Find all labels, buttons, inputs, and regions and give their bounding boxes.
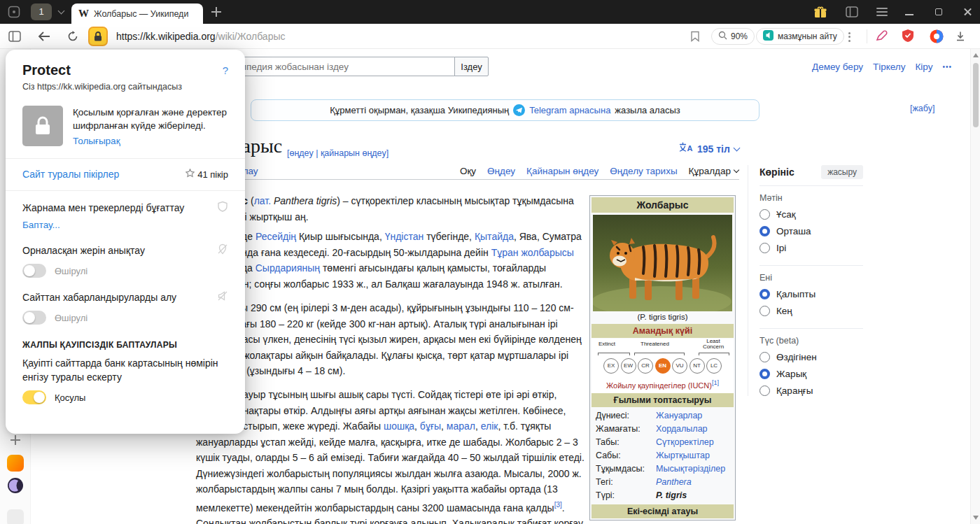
new-tab-button[interactable] (211, 7, 221, 17)
color-option-light[interactable]: Жарық (760, 369, 863, 379)
tab-tools[interactable]: Құралдар (689, 166, 738, 176)
binomial-header: Екі-есімді атауы (592, 504, 734, 518)
text-size-option-small[interactable]: Ұсақ (760, 209, 863, 220)
user-menu-icon[interactable]: ••• (942, 63, 952, 71)
tab-edit[interactable]: Өңдеу (487, 166, 515, 176)
scrollbar[interactable] (970, 49, 980, 524)
download-icon[interactable] (955, 31, 966, 45)
tab-bar: 1 W Жолбарыс — Уикипеди (0, 0, 980, 24)
zoom-level: 90% (731, 31, 748, 41)
status-caption-link[interactable]: Жойылу қаупіндегілер (IUCN) (606, 381, 712, 390)
color-option-dark[interactable]: Қараңғы (760, 385, 863, 396)
bookmark-flag-icon[interactable] (690, 31, 700, 45)
language-selector[interactable]: A 195 тіл (679, 142, 739, 155)
voice-icon (763, 30, 774, 43)
reload-icon[interactable] (67, 31, 78, 45)
menu-icon[interactable] (876, 8, 888, 19)
read-aloud-button[interactable]: мазмұнын айту (756, 28, 844, 45)
color-option-auto[interactable]: Өздігінен (760, 352, 863, 362)
back-icon[interactable] (38, 31, 50, 45)
adblock-shield-outline-icon (217, 201, 228, 215)
status-label-least-concern: Least Concern (698, 339, 729, 350)
maximize-button[interactable] (932, 6, 945, 18)
adblock-shield-icon[interactable] (902, 29, 914, 45)
notifications-toggle[interactable] (22, 311, 46, 325)
url-path: /wiki/Жолбарыс (216, 31, 286, 42)
service-icon-purple[interactable] (7, 477, 24, 497)
tab-read[interactable]: Оқу (460, 166, 476, 176)
banner-text-post: жазыла аласыз (615, 105, 680, 115)
minimize-button[interactable] (903, 6, 916, 18)
article-paragraph: Қазіргі кезде Ресейдің Қиыр шығысында, Ү… (196, 229, 585, 292)
status-caption: Жойылу қаупіндегілер (IUCN)[1] (592, 378, 734, 393)
reference-1[interactable]: [1] (712, 379, 719, 386)
tab-edit-source[interactable]: Қайнарын өңдеу (526, 166, 598, 176)
lock-icon[interactable] (88, 27, 108, 46)
taxonomy-row: Тұқымдасы:Мысықтәрізділер (592, 462, 734, 476)
browser-logo-icon[interactable] (930, 29, 944, 46)
wiki-search-button[interactable]: Іздеу (454, 57, 489, 76)
zoom-chip[interactable]: 90% (711, 28, 755, 45)
close-button[interactable] (962, 6, 974, 18)
tab-groups-icon[interactable] (7, 5, 21, 22)
appearance-hide-button[interactable]: жасыру (821, 165, 863, 179)
scrollbar-down-icon[interactable] (973, 516, 979, 520)
radio-icon (760, 209, 770, 220)
tab-counter[interactable]: 1 (31, 3, 52, 20)
site-reviews-link[interactable]: Сайт туралы пікірлер (22, 169, 119, 180)
banner-text-pre: Құрметті оқырман, қазақша Уикипедияның (330, 105, 509, 115)
wiki-personal-links: Демеу беру Тіркелу Кіру ••• (812, 62, 952, 72)
sidebar-add-button[interactable] (10, 435, 20, 445)
side-panel-icon[interactable] (846, 6, 858, 20)
protect-panel: Protect ? Сіз https://kk.wikipedia.org с… (6, 50, 245, 434)
gift-icon[interactable] (813, 5, 827, 22)
location-title: Орналасқан жерін анықтау (22, 245, 145, 256)
register-link[interactable]: Тіркелу (873, 62, 906, 72)
service-icon-partial[interactable] (7, 509, 24, 524)
content-tabs: Оқу Өңдеу Қайнарын өңдеу Өңделу тарихы Қ… (460, 166, 738, 176)
url-more-icon[interactable] (846, 30, 853, 43)
text-size-label: Мәтін (760, 193, 863, 203)
appearance-color-section: Түс (beta) Өздігінен Жарық Қараңғы (760, 328, 863, 408)
banner-telegram-link[interactable]: Telegram арнасына (529, 105, 610, 115)
title-edit-links[interactable]: [өңдеу | қайнарын өңдеу] (287, 148, 388, 158)
toolbar-divider (867, 29, 867, 43)
side-panels-icon[interactable] (8, 31, 21, 45)
taxonomy-table: Дүниесі:Жануарлар Жамағаты:Хордалылар Та… (592, 407, 734, 504)
protect-help-link[interactable]: ? (223, 64, 228, 76)
iucn-code-active: EN (655, 358, 671, 374)
bank-card-state: Қосулы (55, 392, 85, 403)
location-toggle[interactable] (22, 264, 46, 278)
text-size-option-large[interactable]: Ірі (760, 243, 863, 253)
status-label-extinct: Extinct (598, 341, 615, 347)
scrollbar-thumb[interactable] (973, 63, 979, 127)
banner-close-link[interactable]: [жабу] (910, 104, 934, 113)
iucn-code: EW (621, 358, 636, 374)
width-label: Ені (760, 273, 863, 283)
taxonomy-row: Жамағаты:Хордалылар (592, 423, 734, 436)
telegram-icon (513, 104, 525, 116)
location-disabled-icon (217, 243, 228, 257)
language-chevron-icon (733, 144, 740, 151)
tab-history[interactable]: Өңделу тарихы (610, 166, 677, 176)
taxonomy-row: Тегі:Panthera (592, 476, 734, 489)
width-option-wide[interactable]: Кең (760, 306, 863, 316)
protect-details-link[interactable]: Толығырақ (73, 136, 120, 146)
text-size-option-medium[interactable]: Орташа (760, 226, 863, 236)
active-tab[interactable]: W Жолбарыс — Уикипеди (71, 3, 203, 24)
adblock-settings-link[interactable]: Баптау... (22, 220, 60, 230)
taxonomy-row: Табы:Сүтқоректілер (592, 436, 734, 449)
url-field[interactable]: https://kk.wikipedia.org/wiki/Жолбарыс (116, 24, 285, 49)
status-bracket (634, 353, 685, 355)
tiger-image (593, 215, 732, 311)
donate-link[interactable]: Демеу беру (812, 62, 863, 72)
tab-list-chevron-icon[interactable] (58, 8, 65, 15)
bank-card-toggle[interactable] (22, 390, 46, 404)
service-icon-orange[interactable] (7, 455, 24, 472)
scrollbar-up-icon[interactable] (973, 53, 979, 57)
width-option-standard[interactable]: Қалыпты (760, 289, 863, 299)
pen-icon[interactable] (875, 29, 888, 45)
login-link[interactable]: Кіру (915, 62, 932, 72)
iucn-code: EX (603, 358, 619, 374)
image-caption: (P. tigris tigris) (592, 311, 734, 324)
